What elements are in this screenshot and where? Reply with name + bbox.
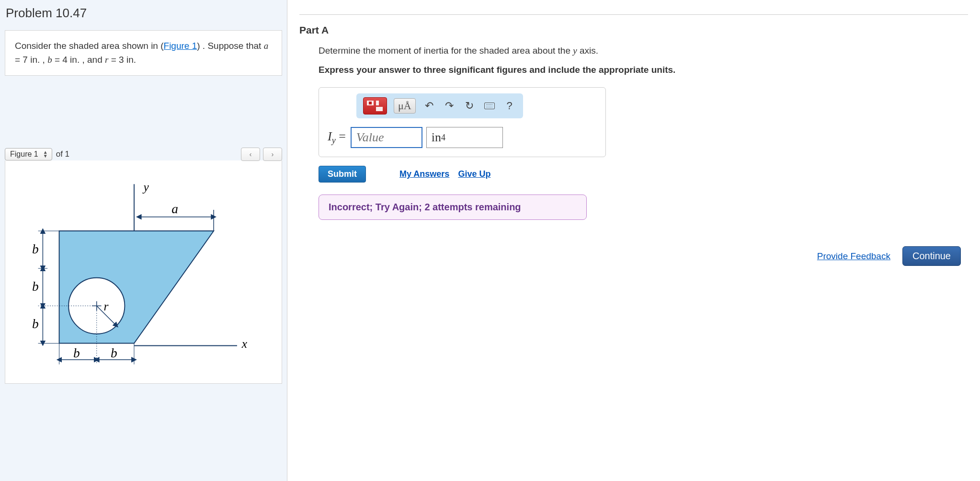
provide-feedback-link[interactable]: Provide Feedback xyxy=(817,251,890,262)
instruction-text: Express your answer to three significant… xyxy=(319,65,968,75)
figure-count: of 1 xyxy=(56,149,69,159)
answer-toolbar: μÅ ↶ ↷ ↻ ::::: ? xyxy=(356,93,523,118)
dim-r-label: r xyxy=(103,299,108,313)
lhs-sub: y xyxy=(332,136,336,145)
feedback-message: Incorrect; Try Again; 2 attempts remaini… xyxy=(319,195,587,220)
redo-icon[interactable]: ↷ xyxy=(443,98,456,114)
axis-x-label: x xyxy=(241,337,248,350)
intro-pre: Consider the shaded area shown in ( xyxy=(15,41,164,51)
special-chars-button[interactable]: μÅ xyxy=(394,98,416,114)
var-b: b xyxy=(47,55,52,65)
question-var: y xyxy=(573,46,577,56)
lhs-var: I xyxy=(328,129,332,143)
answer-lhs: Iy = xyxy=(328,129,346,146)
axis-y-label: y xyxy=(142,180,149,194)
intro-post: ) . Suppose that xyxy=(197,41,263,51)
val-b: = 4 in. , and xyxy=(52,55,105,65)
my-answers-link[interactable]: My Answers xyxy=(399,169,449,179)
svg-rect-22 xyxy=(369,102,372,104)
unit-input[interactable]: in4 xyxy=(426,127,503,148)
figure-canvas: y x a b b b xyxy=(5,160,282,384)
give-up-link[interactable]: Give Up xyxy=(458,169,490,179)
unit-exp: 4 xyxy=(441,133,445,143)
help-icon[interactable]: ? xyxy=(503,98,516,114)
dim-a-label: a xyxy=(171,202,178,216)
figure-link[interactable]: Figure 1 xyxy=(164,41,197,51)
problem-statement: Consider the shaded area shown in (Figur… xyxy=(5,30,282,76)
figure-prev-button[interactable]: ‹ xyxy=(241,148,260,161)
templates-icon[interactable] xyxy=(363,97,387,115)
part-title: Part A xyxy=(299,24,968,36)
dim-b1-label: b xyxy=(32,242,39,256)
question-pre: Determine the moment of inertia for the … xyxy=(319,46,573,56)
svg-rect-24 xyxy=(376,107,383,111)
keyboard-icon[interactable]: ::::: xyxy=(483,98,496,114)
unit-base: in xyxy=(432,130,441,145)
dim-b3-label: b xyxy=(32,317,39,331)
submit-button[interactable]: Submit xyxy=(319,166,366,183)
dim-b5-label: b xyxy=(111,346,117,360)
val-r: = 3 in. xyxy=(108,55,136,65)
val-a: = 7 in. , xyxy=(15,55,47,65)
undo-icon[interactable]: ↶ xyxy=(422,98,436,114)
chevron-updown-icon: ▲▼ xyxy=(43,150,48,158)
divider xyxy=(299,14,968,15)
lhs-equals: = xyxy=(336,129,346,143)
problem-title: Problem 10.47 xyxy=(6,6,282,21)
question-post: axis. xyxy=(577,46,598,56)
answer-container: μÅ ↶ ↷ ↻ ::::: ? Iy = in4 xyxy=(319,87,606,157)
dim-b4-label: b xyxy=(73,346,80,360)
figure-next-button[interactable]: › xyxy=(263,148,282,161)
reset-icon[interactable]: ↻ xyxy=(463,98,476,114)
svg-rect-23 xyxy=(376,101,379,105)
figure-selector[interactable]: Figure 1 ▲▼ xyxy=(5,148,52,160)
figure-selector-label: Figure 1 xyxy=(10,150,38,158)
var-a: a xyxy=(264,41,269,51)
continue-button[interactable]: Continue xyxy=(902,246,961,266)
dim-b2-label: b xyxy=(32,279,39,294)
value-input[interactable] xyxy=(351,127,422,148)
question-text: Determine the moment of inertia for the … xyxy=(319,46,968,56)
